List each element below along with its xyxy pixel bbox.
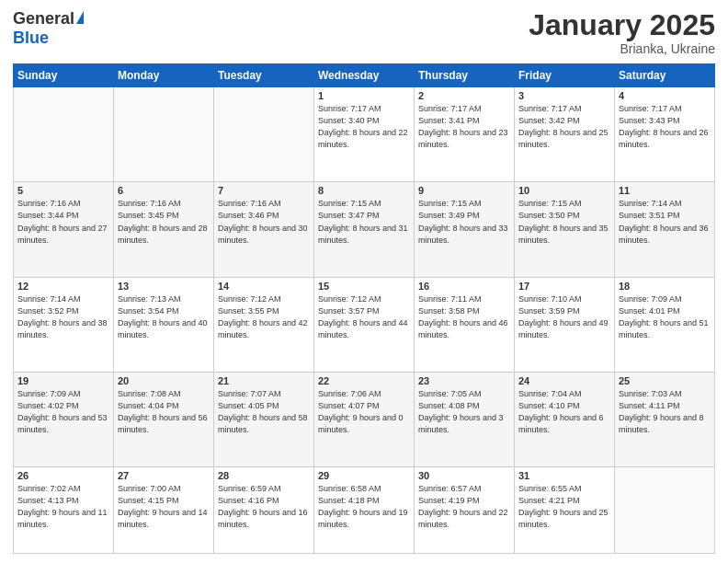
day-number: 13 <box>118 281 210 292</box>
header: General Blue January 2025 Brianka, Ukrai… <box>13 9 715 56</box>
day-number: 1 <box>318 90 410 101</box>
day-number: 17 <box>518 281 610 292</box>
day-info: Sunrise: 7:15 AM Sunset: 3:47 PM Dayligh… <box>318 198 410 246</box>
day-info: Sunrise: 7:11 AM Sunset: 3:58 PM Dayligh… <box>418 293 510 341</box>
day-info: Sunrise: 6:58 AM Sunset: 4:18 PM Dayligh… <box>318 483 410 531</box>
day-number: 19 <box>17 375 109 386</box>
day-info: Sunrise: 7:15 AM Sunset: 3:50 PM Dayligh… <box>518 198 610 246</box>
weekday-header-row: SundayMondayTuesdayWednesdayThursdayFrid… <box>14 64 715 87</box>
calendar-cell: 30Sunrise: 6:57 AM Sunset: 4:19 PM Dayli… <box>415 467 515 554</box>
day-info: Sunrise: 7:17 AM Sunset: 3:40 PM Dayligh… <box>318 103 410 151</box>
day-number: 9 <box>418 185 510 196</box>
calendar-week-row: 1Sunrise: 7:17 AM Sunset: 3:40 PM Daylig… <box>14 87 715 182</box>
calendar-cell <box>114 87 214 182</box>
day-info: Sunrise: 7:02 AM Sunset: 4:13 PM Dayligh… <box>17 483 109 531</box>
day-number: 16 <box>418 281 510 292</box>
day-number: 31 <box>518 470 610 481</box>
day-info: Sunrise: 7:16 AM Sunset: 3:46 PM Dayligh… <box>218 198 310 246</box>
day-info: Sunrise: 7:14 AM Sunset: 3:51 PM Dayligh… <box>619 198 711 246</box>
day-number: 25 <box>619 375 711 386</box>
day-info: Sunrise: 6:55 AM Sunset: 4:21 PM Dayligh… <box>518 483 610 531</box>
day-info: Sunrise: 7:17 AM Sunset: 3:41 PM Dayligh… <box>418 103 510 151</box>
day-info: Sunrise: 7:08 AM Sunset: 4:04 PM Dayligh… <box>118 388 210 436</box>
day-info: Sunrise: 7:12 AM Sunset: 3:55 PM Dayligh… <box>218 293 310 341</box>
day-info: Sunrise: 7:17 AM Sunset: 3:42 PM Dayligh… <box>518 103 610 151</box>
calendar-cell: 10Sunrise: 7:15 AM Sunset: 3:50 PM Dayli… <box>515 182 615 277</box>
day-number: 15 <box>318 281 410 292</box>
calendar-cell: 11Sunrise: 7:14 AM Sunset: 3:51 PM Dayli… <box>615 182 715 277</box>
day-info: Sunrise: 7:17 AM Sunset: 3:43 PM Dayligh… <box>619 103 711 151</box>
day-number: 30 <box>418 470 510 481</box>
location: Brianka, Ukraine <box>529 41 715 56</box>
weekday-header-sunday: Sunday <box>14 64 114 87</box>
day-info: Sunrise: 7:10 AM Sunset: 3:59 PM Dayligh… <box>518 293 610 341</box>
calendar-cell: 15Sunrise: 7:12 AM Sunset: 3:57 PM Dayli… <box>314 277 415 372</box>
weekday-header-friday: Friday <box>515 64 615 87</box>
calendar-week-row: 5Sunrise: 7:16 AM Sunset: 3:44 PM Daylig… <box>14 182 715 277</box>
day-number: 14 <box>218 281 310 292</box>
day-info: Sunrise: 7:06 AM Sunset: 4:07 PM Dayligh… <box>318 388 410 436</box>
calendar-cell: 3Sunrise: 7:17 AM Sunset: 3:42 PM Daylig… <box>515 87 615 182</box>
day-number: 3 <box>518 90 610 101</box>
day-info: Sunrise: 7:12 AM Sunset: 3:57 PM Dayligh… <box>318 293 410 341</box>
calendar-week-row: 26Sunrise: 7:02 AM Sunset: 4:13 PM Dayli… <box>14 467 715 554</box>
calendar-cell: 6Sunrise: 7:16 AM Sunset: 3:45 PM Daylig… <box>114 182 214 277</box>
page: General Blue January 2025 Brianka, Ukrai… <box>0 0 728 563</box>
calendar-cell <box>14 87 114 182</box>
calendar-table: SundayMondayTuesdayWednesdayThursdayFrid… <box>13 63 715 554</box>
logo-triangle-icon <box>76 11 84 24</box>
title-block: January 2025 Brianka, Ukraine <box>529 9 715 56</box>
calendar-cell: 17Sunrise: 7:10 AM Sunset: 3:59 PM Dayli… <box>515 277 615 372</box>
day-info: Sunrise: 7:05 AM Sunset: 4:08 PM Dayligh… <box>418 388 510 436</box>
day-number: 7 <box>218 185 310 196</box>
calendar-cell: 22Sunrise: 7:06 AM Sunset: 4:07 PM Dayli… <box>314 372 415 466</box>
day-info: Sunrise: 7:09 AM Sunset: 4:01 PM Dayligh… <box>619 293 711 341</box>
day-number: 21 <box>218 375 310 386</box>
day-info: Sunrise: 7:03 AM Sunset: 4:11 PM Dayligh… <box>619 388 711 436</box>
day-info: Sunrise: 7:04 AM Sunset: 4:10 PM Dayligh… <box>518 388 610 436</box>
day-info: Sunrise: 6:59 AM Sunset: 4:16 PM Dayligh… <box>218 483 310 531</box>
calendar-cell: 20Sunrise: 7:08 AM Sunset: 4:04 PM Dayli… <box>114 372 214 466</box>
logo-blue-text: Blue <box>13 29 49 48</box>
day-number: 18 <box>619 281 711 292</box>
calendar-cell: 25Sunrise: 7:03 AM Sunset: 4:11 PM Dayli… <box>615 372 715 466</box>
calendar-cell: 21Sunrise: 7:07 AM Sunset: 4:05 PM Dayli… <box>214 372 314 466</box>
calendar-week-row: 12Sunrise: 7:14 AM Sunset: 3:52 PM Dayli… <box>14 277 715 372</box>
calendar-cell: 8Sunrise: 7:15 AM Sunset: 3:47 PM Daylig… <box>314 182 415 277</box>
day-number: 28 <box>218 470 310 481</box>
calendar-cell: 19Sunrise: 7:09 AM Sunset: 4:02 PM Dayli… <box>14 372 114 466</box>
calendar-cell: 7Sunrise: 7:16 AM Sunset: 3:46 PM Daylig… <box>214 182 314 277</box>
month-title: January 2025 <box>529 9 715 41</box>
calendar-cell: 31Sunrise: 6:55 AM Sunset: 4:21 PM Dayli… <box>515 467 615 554</box>
calendar-cell <box>214 87 314 182</box>
day-info: Sunrise: 7:13 AM Sunset: 3:54 PM Dayligh… <box>118 293 210 341</box>
calendar-cell: 29Sunrise: 6:58 AM Sunset: 4:18 PM Dayli… <box>314 467 415 554</box>
weekday-header-tuesday: Tuesday <box>214 64 314 87</box>
logo-general-text: General <box>13 9 74 29</box>
day-number: 27 <box>118 470 210 481</box>
calendar-cell: 2Sunrise: 7:17 AM Sunset: 3:41 PM Daylig… <box>415 87 515 182</box>
day-number: 11 <box>619 185 711 196</box>
calendar-cell: 16Sunrise: 7:11 AM Sunset: 3:58 PM Dayli… <box>415 277 515 372</box>
day-number: 4 <box>619 90 711 101</box>
day-info: Sunrise: 7:15 AM Sunset: 3:49 PM Dayligh… <box>418 198 510 246</box>
day-info: Sunrise: 7:14 AM Sunset: 3:52 PM Dayligh… <box>17 293 109 341</box>
calendar-cell: 12Sunrise: 7:14 AM Sunset: 3:52 PM Dayli… <box>14 277 114 372</box>
day-info: Sunrise: 7:16 AM Sunset: 3:44 PM Dayligh… <box>17 198 109 246</box>
calendar-cell: 4Sunrise: 7:17 AM Sunset: 3:43 PM Daylig… <box>615 87 715 182</box>
calendar-cell: 26Sunrise: 7:02 AM Sunset: 4:13 PM Dayli… <box>14 467 114 554</box>
day-number: 5 <box>17 185 109 196</box>
day-number: 12 <box>17 281 109 292</box>
weekday-header-wednesday: Wednesday <box>314 64 415 87</box>
calendar-cell: 24Sunrise: 7:04 AM Sunset: 4:10 PM Dayli… <box>515 372 615 466</box>
calendar-cell: 9Sunrise: 7:15 AM Sunset: 3:49 PM Daylig… <box>415 182 515 277</box>
day-info: Sunrise: 6:57 AM Sunset: 4:19 PM Dayligh… <box>418 483 510 531</box>
day-info: Sunrise: 7:07 AM Sunset: 4:05 PM Dayligh… <box>218 388 310 436</box>
day-info: Sunrise: 7:09 AM Sunset: 4:02 PM Dayligh… <box>17 388 109 436</box>
day-number: 2 <box>418 90 510 101</box>
calendar-cell: 13Sunrise: 7:13 AM Sunset: 3:54 PM Dayli… <box>114 277 214 372</box>
calendar-cell: 18Sunrise: 7:09 AM Sunset: 4:01 PM Dayli… <box>615 277 715 372</box>
calendar-cell: 14Sunrise: 7:12 AM Sunset: 3:55 PM Dayli… <box>214 277 314 372</box>
day-info: Sunrise: 7:00 AM Sunset: 4:15 PM Dayligh… <box>118 483 210 531</box>
logo: General Blue <box>13 9 84 48</box>
